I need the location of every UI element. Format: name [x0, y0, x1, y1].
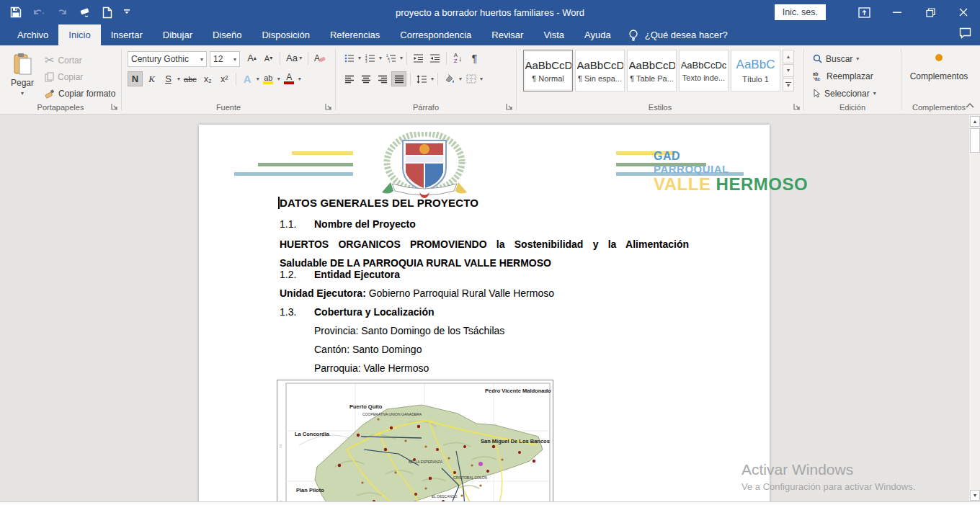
text-effects-button[interactable]: A: [240, 71, 255, 86]
document-page[interactable]: GAD PARROQUIAL VALLE HERMOSO DATOS GENER…: [199, 125, 770, 501]
minimize-button[interactable]: [881, 0, 914, 24]
tab-archivo[interactable]: Archivo: [7, 24, 58, 45]
scrollbar-thumb[interactable]: [970, 128, 980, 153]
change-case-button[interactable]: Aa ▾: [284, 50, 304, 66]
justify-button[interactable]: [391, 71, 406, 86]
align-right-button[interactable]: [375, 71, 390, 86]
clear-formatting-button[interactable]: A: [312, 50, 328, 66]
vertical-scrollbar[interactable]: ▲ ▼: [968, 115, 980, 501]
borders-button[interactable]: [463, 71, 478, 86]
addins-button[interactable]: Complementos: [901, 54, 976, 81]
tab-referencias[interactable]: Referencias: [320, 24, 390, 45]
clipboard-icon: [13, 53, 32, 76]
close-button[interactable]: [947, 0, 980, 24]
undo-icon[interactable]: [32, 7, 45, 18]
font-color-dropdown-icon[interactable]: ▾: [298, 76, 301, 82]
copy-button[interactable]: Copiar: [45, 69, 115, 84]
style-normal[interactable]: AaBbCcD ¶ Normal: [523, 50, 573, 91]
find-dropdown-icon: ▾: [856, 55, 859, 62]
shrink-font-button[interactable]: A▾: [261, 50, 276, 66]
styles-dialog-launcher-icon[interactable]: [792, 102, 801, 111]
align-center-button[interactable]: [358, 71, 373, 86]
restore-button[interactable]: [914, 0, 947, 24]
tell-me-box[interactable]: ¿Qué desea hacer?: [621, 24, 735, 45]
sign-in-button[interactable]: Inic. ses.: [775, 4, 826, 20]
paste-button[interactable]: Pegar ▾: [6, 50, 38, 103]
show-marks-button[interactable]: ¶: [467, 50, 482, 66]
italic-button[interactable]: K: [144, 71, 159, 86]
select-button[interactable]: Seleccionar ▾: [813, 86, 876, 101]
paste-label: Pegar: [11, 78, 34, 88]
multilevel-list-button[interactable]: 1ai: [383, 50, 398, 66]
underline-dropdown-icon[interactable]: ▾: [177, 76, 180, 82]
styles-scroll-up-icon[interactable]: ▲: [783, 50, 794, 63]
clipboard-dialog-launcher-icon[interactable]: [110, 102, 119, 111]
numbering-button[interactable]: 123: [362, 50, 378, 66]
header-line-left-green: [258, 163, 353, 166]
save-icon[interactable]: [10, 6, 22, 18]
tab-vista[interactable]: Vista: [533, 24, 574, 45]
customize-qat-icon[interactable]: [123, 8, 130, 17]
bullets-dropdown-icon[interactable]: ▾: [358, 55, 361, 61]
strikethrough-button[interactable]: abc: [182, 71, 199, 86]
styles-more-icon[interactable]: ▼: [783, 78, 794, 91]
tab-ayuda[interactable]: Ayuda: [574, 24, 621, 45]
find-label: Buscar: [826, 54, 852, 64]
style-table-paragraph[interactable]: AaBbCcD ¶ Table Pa...: [627, 50, 677, 91]
multilevel-dropdown-icon[interactable]: ▾: [400, 55, 403, 61]
document-canvas[interactable]: GAD PARROQUIAL VALLE HERMOSO DATOS GENER…: [0, 115, 968, 501]
highlight-button[interactable]: ab: [261, 71, 276, 86]
shading-button[interactable]: [442, 71, 458, 86]
tab-inicio[interactable]: Inicio: [58, 24, 100, 45]
line-spacing-button[interactable]: [414, 71, 429, 86]
text-effects-dropdown-icon[interactable]: ▾: [257, 76, 259, 82]
superscript-button[interactable]: x²: [217, 71, 232, 86]
align-left-button[interactable]: [342, 71, 357, 86]
collapse-ribbon-icon[interactable]: [964, 100, 976, 110]
subscript-button[interactable]: x₂: [200, 71, 215, 86]
bold-button[interactable]: N: [128, 71, 143, 86]
tab-diseno[interactable]: Diseño: [202, 24, 251, 45]
coat-of-arms-icon: [363, 132, 486, 198]
font-size-combobox[interactable]: 12 ▾: [210, 51, 240, 67]
style-titulo-1[interactable]: AaBbC Título 1: [731, 50, 780, 91]
numbering-dropdown-icon[interactable]: ▾: [379, 55, 382, 61]
bullets-button[interactable]: [342, 50, 357, 66]
line-spacing-dropdown-icon[interactable]: ▾: [431, 76, 434, 82]
new-document-icon[interactable]: [102, 6, 112, 19]
font-dialog-launcher-icon[interactable]: [324, 102, 333, 111]
ribbon-display-options-icon[interactable]: [847, 0, 881, 24]
redo-icon[interactable]: [56, 7, 68, 18]
format-painter-button[interactable]: Copiar formato: [45, 86, 115, 101]
find-button[interactable]: Buscar ▾: [813, 51, 876, 66]
tab-revisar[interactable]: Revisar: [481, 24, 533, 45]
quick-access-toolbar: [0, 0, 130, 24]
shading-dropdown-icon[interactable]: ▾: [459, 76, 462, 82]
eraser-icon[interactable]: [79, 6, 92, 18]
style-texto-independiente[interactable]: AaBbCcDc Texto inde...: [679, 50, 729, 91]
comments-icon[interactable]: [959, 27, 971, 39]
tab-dibujar[interactable]: Dibujar: [153, 24, 202, 45]
increase-indent-button[interactable]: [427, 50, 442, 66]
font-color-button[interactable]: A: [282, 71, 297, 86]
replace-button[interactable]: abac Reemplazar: [813, 68, 876, 84]
style-sin-espaciado[interactable]: AaBbCcD ¶ Sin espa...: [575, 50, 625, 91]
scroll-up-icon[interactable]: ▲: [970, 116, 980, 127]
location-map-image[interactable]: 7.0 6.5: [277, 380, 553, 501]
cut-button[interactable]: ✂ Cortar: [45, 53, 115, 68]
sort-button[interactable]: AZ↓: [450, 50, 466, 66]
tab-disposicion[interactable]: Disposición: [251, 24, 319, 45]
underline-button[interactable]: S: [161, 71, 176, 86]
styles-scroll-down-icon[interactable]: ▼: [783, 64, 794, 78]
borders-dropdown-icon[interactable]: ▾: [480, 76, 483, 82]
highlight-color-bar: [263, 81, 273, 84]
tab-insertar[interactable]: Insertar: [101, 24, 153, 45]
grow-font-button[interactable]: A▴: [244, 50, 259, 66]
decrease-indent-button[interactable]: [411, 50, 426, 66]
tab-correspondencia[interactable]: Correspondencia: [390, 24, 481, 45]
font-size-dropdown-icon: ▾: [231, 56, 236, 63]
paragraph-dialog-launcher-icon[interactable]: [504, 102, 514, 111]
font-family-combobox[interactable]: Century Gothic ▾: [128, 51, 207, 67]
highlight-dropdown-icon[interactable]: ▾: [277, 76, 280, 82]
scroll-down-icon[interactable]: ▼: [970, 490, 980, 501]
